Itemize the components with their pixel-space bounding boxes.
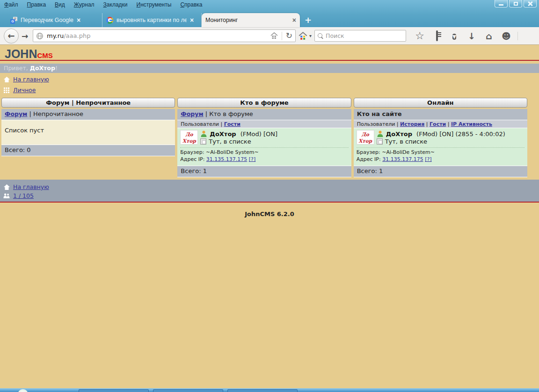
taskbar-button[interactable]	[79, 389, 149, 392]
browser-info: Браузер: ~Ai-BoliDe System~	[180, 149, 348, 156]
tab-title: выровнять картинки по ле...	[117, 17, 187, 23]
nav-personal-link[interactable]: Личное	[13, 87, 36, 94]
avatar: До Хтор	[180, 130, 198, 145]
url-bar[interactable]: my.ru/aaa.php ↻	[33, 29, 296, 42]
navigation-toolbar: ← → my.ru/aaa.php ↻ ▾ ☆	[0, 27, 539, 45]
footer-counter-row: 1 / 105	[3, 191, 539, 200]
user-suffix: (FMod) [ON]	[239, 131, 277, 138]
library-icon[interactable]	[431, 31, 443, 40]
person-online-icon	[377, 131, 384, 137]
extension-button[interactable]: ▾	[299, 32, 312, 40]
ip-help-link[interactable]: [?]	[249, 156, 255, 162]
windows-taskbar	[0, 388, 539, 392]
tab-search-result[interactable]: выровнять картинки по ле... ×	[102, 13, 202, 27]
ip-help-link[interactable]: [?]	[425, 156, 431, 162]
column-title-row: Кто на сайте	[354, 109, 527, 120]
footer-home-link[interactable]: На главную	[13, 183, 49, 190]
search-box[interactable]	[314, 30, 406, 42]
forum-link[interactable]: Форум	[5, 110, 27, 117]
title-rest: Кто в форуме	[209, 110, 253, 117]
ip-link[interactable]: 31.135.137.175	[206, 156, 247, 162]
bookmark-star-icon[interactable]: ☆	[414, 31, 426, 41]
column-title-row: Форум | Непрочитанное	[1, 109, 175, 120]
globe-icon	[36, 32, 44, 40]
filter-current: Пользователи	[357, 121, 395, 127]
ip-label: Адрес IP:	[180, 156, 206, 162]
start-button[interactable]	[18, 389, 28, 392]
close-button[interactable]	[524, 0, 537, 7]
url-host: my.ru	[47, 32, 64, 39]
avatar: До Хтор	[357, 130, 374, 145]
column-online: Онлайн Кто на сайте Пользователи | Истор…	[354, 98, 527, 177]
ip-info: Адрес IP: 31.135.137.175 [?]	[180, 156, 348, 163]
home-icon[interactable]: ⌂	[483, 31, 495, 41]
total-row: Всего: 1	[354, 166, 527, 177]
menu-tools[interactable]: Инструменты	[137, 1, 172, 8]
image-placeholder-icon	[200, 138, 206, 145]
ip-label: Адрес IP:	[357, 156, 383, 162]
user-card: До Хтор ДоХтор (FMod) [ON]	[177, 128, 351, 166]
nav-home-link[interactable]: На главную	[13, 76, 49, 83]
filter-row: Пользователи | История | Гости | IP Акти…	[354, 120, 527, 128]
column-header: Онлайн	[354, 98, 527, 108]
tab-close-icon[interactable]: ×	[292, 17, 296, 23]
menu-view[interactable]: Вид	[55, 1, 65, 8]
back-icon: ←	[7, 31, 15, 41]
divider	[0, 60, 539, 61]
page-footer-bar: На главную 1 / 105	[0, 180, 539, 202]
taskbar-button[interactable]	[227, 389, 298, 392]
ip-link[interactable]: 31.135.137.175	[382, 156, 423, 162]
image-placeholder-icon	[377, 138, 383, 145]
menu-history[interactable]: Журнал	[74, 1, 95, 8]
greeting-username: ДоХтор	[30, 65, 55, 72]
filter-guests-link[interactable]: Гости	[430, 121, 446, 127]
extension-house-grey-icon[interactable]	[270, 32, 278, 39]
feedback-smiley-icon[interactable]: ☻	[500, 31, 512, 41]
tab-google-translate[interactable]: 文 G Переводчик Google ×	[7, 13, 102, 27]
house-icon	[3, 77, 10, 82]
forward-button[interactable]: →	[19, 30, 31, 42]
tab-close-icon[interactable]: ×	[190, 17, 194, 23]
page-content: JOHNCMS Привет, ДоХтор! На главную Лично…	[0, 45, 539, 388]
house-icon	[3, 184, 10, 190]
restore-button[interactable]	[509, 0, 522, 7]
extension-house-color-icon	[299, 32, 307, 40]
user-status: Тут, в списке	[385, 138, 427, 145]
menu-help[interactable]: Справка	[180, 1, 202, 8]
avatar-text: До	[357, 131, 374, 138]
forum-link[interactable]: Форум	[181, 110, 203, 117]
new-tab-button[interactable]: +	[305, 16, 312, 24]
tab-monitoring[interactable]: Мониторинг ×	[202, 13, 300, 27]
column-title-row: Форум | Кто в форуме	[177, 109, 351, 120]
menu-edit[interactable]: Правка	[27, 1, 46, 8]
divider	[180, 147, 348, 148]
back-button[interactable]: ←	[4, 29, 19, 44]
chevron-down-icon[interactable]: ▾	[309, 33, 312, 38]
tab-bar: 文 G Переводчик Google × выровнять картин…	[0, 9, 539, 27]
browser-titlebar: Файл Правка Вид Журнал Закладки Инструме…	[0, 0, 539, 27]
filter-history-link[interactable]: История	[400, 121, 424, 127]
logo-primary: JOHN	[5, 47, 37, 60]
minimize-button[interactable]	[495, 0, 508, 7]
browser-info: Браузер: ~Ai-BoliDe System~	[357, 149, 524, 156]
filter-guests-link[interactable]: Гости	[224, 121, 240, 127]
search-input[interactable]	[326, 32, 403, 39]
tab-close-icon[interactable]: ×	[77, 17, 80, 23]
title-rest: Непрочитанное	[33, 110, 83, 117]
forward-icon: →	[22, 31, 28, 41]
ip-info: Адрес IP: 31.135.137.175 [?]	[357, 156, 524, 163]
online-counter-link[interactable]: 1 / 105	[13, 192, 34, 199]
refresh-icon[interactable]: ↻	[286, 32, 292, 40]
download-icon[interactable]: ↓	[466, 31, 478, 41]
menu-bar: Файл Правка Вид Журнал Закладки Инструме…	[0, 0, 539, 9]
menu-file[interactable]: Файл	[4, 1, 18, 8]
taskbar-button[interactable]	[153, 389, 223, 392]
filter-ip-activity-link[interactable]: IP Активность	[451, 121, 492, 127]
pocket-icon[interactable]: ▼	[448, 31, 460, 41]
menu-bookmarks[interactable]: Закладки	[103, 1, 128, 8]
greeting-prefix: Привет,	[4, 65, 30, 72]
url-text[interactable]: my.ru/aaa.php	[47, 32, 267, 39]
user-suffix: (FMod) [ON] (2855 - 4:00:02)	[415, 131, 505, 138]
avatar-text: Хтор	[357, 138, 374, 144]
empty-list-message: Список пуст	[1, 120, 175, 145]
